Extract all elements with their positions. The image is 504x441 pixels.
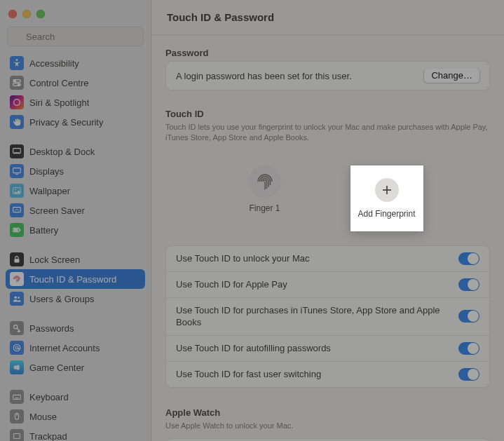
battery-icon: [10, 223, 24, 237]
trackpad-icon: [10, 429, 24, 441]
svg-point-13: [15, 189, 16, 190]
toggle-label: Use Touch ID for purchases in iTunes Sto…: [176, 304, 444, 329]
touchid-toggle-row: Use Touch ID for autofilling passwords: [166, 336, 489, 362]
users-icon: [10, 292, 24, 306]
gamecenter-icon: [10, 360, 24, 374]
switches-icon: [10, 76, 24, 90]
lock-icon: [10, 252, 24, 266]
sidebar: AccessibilityControl CentreSiri & Spotli…: [0, 0, 151, 441]
touchid-toggle-row: Use Touch ID for purchases in iTunes Sto…: [166, 298, 489, 336]
minimize-window-button[interactable]: [22, 10, 31, 18]
search-input[interactable]: [7, 27, 144, 46]
add-fingerprint-button[interactable]: Add Fingerprint: [350, 165, 423, 231]
sidebar-item-game-center[interactable]: Game Center: [6, 358, 145, 377]
toggle-label: Use Touch ID for Apple Pay: [176, 278, 287, 291]
sidebar-item-mouse[interactable]: Mouse: [6, 407, 145, 426]
sidebar-item-label: Desktop & Dock: [29, 147, 95, 157]
sidebar-item-wallpaper[interactable]: Wallpaper: [6, 181, 145, 201]
toggle-label: Use Touch ID for autofilling passwords: [176, 342, 331, 355]
sidebar-item-label: Game Center: [29, 362, 84, 373]
toggle-switch[interactable]: [458, 252, 479, 265]
settings-window: AccessibilityControl CentreSiri & Spotli…: [0, 0, 504, 441]
touchid-toggle-list: Use Touch ID to unlock your MacUse Touch…: [165, 245, 490, 388]
sidebar-item-label: Users & Groups: [29, 294, 94, 304]
window-controls: [4, 6, 147, 27]
at-icon: [10, 341, 24, 355]
svg-point-6: [18, 84, 20, 86]
svg-rect-17: [14, 229, 18, 231]
svg-point-5: [14, 80, 15, 81]
sidebar-item-label: Siri & Spotlight: [29, 97, 89, 108]
svg-rect-9: [14, 152, 20, 154]
sidebar-item-label: Displays: [29, 166, 64, 177]
sidebar-item-desktop-dock[interactable]: Desktop & Dock: [6, 142, 145, 161]
screensaver-icon: [10, 203, 24, 217]
fingerprints-row: Finger 1 Add Fingerprint: [165, 150, 490, 245]
sidebar-item-lock-screen[interactable]: Lock Screen: [6, 250, 145, 269]
sidebar-item-users-groups[interactable]: Users & Groups: [6, 289, 145, 308]
siri-icon: [10, 95, 24, 109]
sidebar-item-screen-saver[interactable]: Screen Saver: [6, 201, 145, 220]
touchid-heading: Touch ID: [165, 109, 490, 119]
fingerprint-1-label: Finger 1: [249, 203, 280, 213]
change-password-button[interactable]: Change…: [424, 69, 479, 83]
sidebar-item-privacy-security[interactable]: Privacy & Security: [6, 112, 145, 132]
toggle-switch[interactable]: [458, 278, 479, 291]
zoom-window-button[interactable]: [36, 10, 45, 18]
touchid-description: Touch ID lets you use your fingerprint t…: [165, 122, 490, 143]
sidebar-item-displays[interactable]: Displays: [6, 161, 145, 181]
password-card: A login password has been set for this u…: [165, 61, 490, 90]
svg-rect-10: [13, 168, 21, 173]
sidebar-item-label: Trackpad: [29, 431, 67, 442]
sidebar-item-label: Battery: [29, 225, 58, 236]
close-window-button[interactable]: [8, 10, 17, 18]
svg-rect-18: [15, 259, 20, 262]
sidebar-item-label: Mouse: [29, 412, 57, 422]
fingerprint-icon: [10, 272, 24, 286]
sidebar-list[interactable]: AccessibilityControl CentreSiri & Spotli…: [4, 53, 147, 441]
sidebar-item-label: Touch ID & Password: [29, 274, 116, 285]
sidebar-item-internet-accounts[interactable]: Internet Accounts: [6, 338, 145, 358]
touchid-toggle-row: Use Touch ID for fast user switching: [166, 362, 489, 387]
sidebar-item-label: Control Centre: [29, 78, 89, 88]
key-icon: [10, 321, 24, 335]
svg-point-19: [15, 297, 18, 299]
applewatch-heading: Apple Watch: [165, 407, 490, 418]
accessibility-icon: [10, 56, 24, 70]
sidebar-item-accessibility[interactable]: Accessibility: [6, 53, 145, 73]
sidebar-item-label: Lock Screen: [29, 255, 80, 265]
password-heading: Password: [165, 48, 490, 58]
fingerprint-icon: [249, 165, 281, 198]
touchid-toggle-row: Use Touch ID for Apple Pay: [166, 272, 489, 298]
sidebar-item-passwords[interactable]: Passwords: [6, 318, 145, 338]
svg-rect-16: [20, 229, 20, 231]
toggle-label: Use Touch ID for fast user switching: [176, 368, 321, 381]
sidebar-item-trackpad[interactable]: Trackpad: [6, 426, 145, 441]
toggle-switch[interactable]: [458, 310, 479, 323]
hand-icon: [10, 115, 24, 129]
sidebar-item-touch-id-password[interactable]: Touch ID & Password: [6, 269, 145, 289]
fingerprint-slot-1[interactable]: Finger 1: [233, 165, 297, 231]
content-scroll[interactable]: Password A login password has been set f…: [151, 35, 504, 441]
applewatch-description: Use Apple Watch to unlock your Mac.: [165, 421, 490, 431]
add-fingerprint-label: Add Fingerprint: [357, 209, 415, 219]
sidebar-item-control-centre[interactable]: Control Centre: [6, 73, 145, 93]
sidebar-item-keyboard[interactable]: Keyboard: [6, 387, 145, 407]
svg-point-2: [16, 59, 18, 61]
applewatch-card: Apple Watch: [165, 438, 490, 441]
svg-point-23: [15, 346, 18, 349]
touchid-toggle-row: Use Touch ID to unlock your Mac: [166, 246, 489, 272]
sidebar-item-label: Privacy & Security: [29, 117, 103, 128]
dock-icon: [10, 144, 24, 158]
sidebar-item-label: Screen Saver: [29, 205, 85, 216]
sidebar-item-label: Internet Accounts: [29, 343, 100, 353]
svg-point-7: [14, 100, 20, 106]
sidebar-item-label: Accessibility: [29, 58, 79, 69]
sidebar-item-battery[interactable]: Battery: [6, 220, 145, 240]
toggle-switch[interactable]: [458, 368, 479, 381]
main-pane: Touch ID & Password Password A login pas…: [151, 0, 504, 441]
toggle-switch[interactable]: [458, 342, 479, 355]
svg-point-20: [18, 297, 20, 299]
sidebar-item-siri-spotlight[interactable]: Siri & Spotlight: [6, 93, 145, 112]
sidebar-item-label: Keyboard: [29, 392, 69, 402]
